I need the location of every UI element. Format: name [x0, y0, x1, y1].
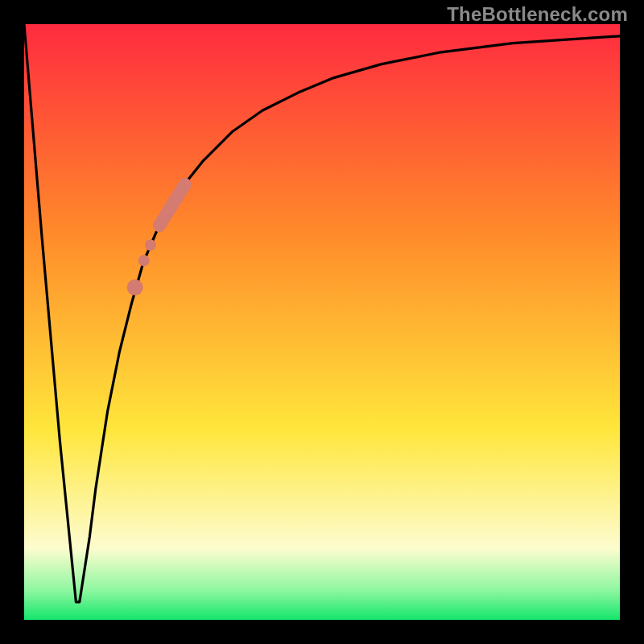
- bottleneck-curve: [24, 24, 620, 620]
- highlight-segment: [159, 184, 185, 225]
- watermark-text: TheBottleneck.com: [447, 3, 628, 26]
- plot-area: [24, 24, 620, 620]
- highlight-dot: [127, 279, 143, 295]
- highlight-dot: [145, 240, 156, 251]
- chart-frame: TheBottleneck.com: [0, 0, 644, 644]
- highlight-dot: [138, 255, 150, 266]
